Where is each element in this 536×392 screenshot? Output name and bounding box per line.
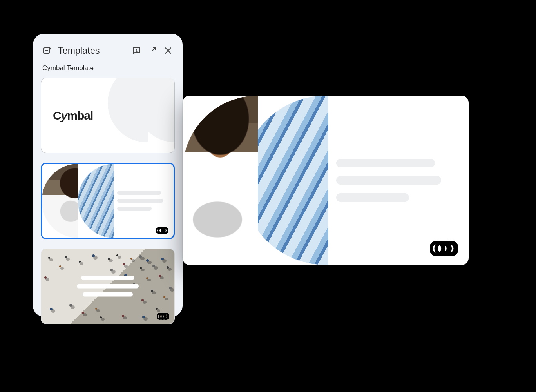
expand-icon[interactable] — [147, 45, 158, 56]
cymbal-mark-icon — [430, 241, 458, 256]
template-thumb-cymbal-content[interactable] — [41, 163, 175, 239]
theme-builder-icon[interactable] — [42, 45, 53, 56]
panel-header: Templates — [41, 44, 175, 57]
close-icon[interactable] — [163, 45, 173, 56]
section-label: Cymbal Template — [42, 64, 173, 72]
preview-placeholder-lines — [336, 159, 441, 202]
template-preview — [183, 96, 469, 265]
templates-panel: Templates Cymbal Template Cymbal — [33, 34, 183, 317]
thumb-placeholder-lines — [117, 191, 163, 211]
decorative-semicircles — [108, 78, 175, 153]
svg-point-2 — [136, 51, 137, 51]
feedback-icon[interactable] — [132, 45, 142, 56]
template-thumb-cymbal-aerial[interactable] — [41, 249, 175, 324]
thumb-placeholder-lines — [77, 276, 139, 297]
preview-photo-person — [183, 96, 258, 265]
thumb-photo-building — [78, 164, 114, 238]
cymbal-mark-icon — [157, 313, 169, 320]
cymbal-wordmark: Cymbal — [53, 109, 93, 122]
template-thumb-cymbal-title[interactable]: Cymbal — [41, 78, 175, 153]
thumb-photo-person — [42, 164, 78, 238]
cymbal-mark-icon — [156, 227, 168, 234]
panel-title: Templates — [58, 45, 100, 56]
